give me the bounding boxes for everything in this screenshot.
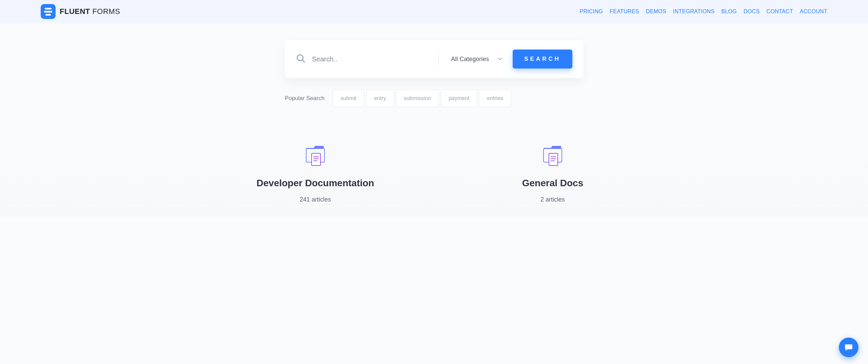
category-selected-label: All Categories	[451, 56, 489, 63]
doc-card-general[interactable]: General Docs 2 articles	[448, 145, 658, 203]
logo-mark-icon	[41, 4, 56, 19]
doc-card-developer[interactable]: Developer Documentation 241 articles	[210, 145, 420, 203]
search-card: All Categories SEARCH	[285, 40, 583, 78]
doc-card-count: 241 articles	[210, 196, 420, 203]
nav-blog[interactable]: BLOG	[721, 8, 737, 15]
popular-tag-list: submit entry submission payment entries	[333, 90, 511, 107]
doc-card-count: 2 articles	[448, 196, 658, 203]
popular-tag[interactable]: submit	[333, 90, 364, 107]
search-button[interactable]: SEARCH	[513, 50, 572, 69]
popular-tag[interactable]: payment	[441, 90, 477, 107]
doc-cards-section: Developer Documentation 241 articles Gen…	[0, 121, 868, 217]
popular-tag[interactable]: entry	[366, 90, 394, 107]
svg-rect-8	[549, 153, 558, 166]
search-divider	[438, 52, 439, 66]
nav-account[interactable]: ACCOUNT	[800, 8, 827, 15]
nav-pricing[interactable]: PRICING	[579, 8, 603, 15]
popular-tag[interactable]: entries	[479, 90, 511, 107]
doc-card-title: General Docs	[448, 178, 658, 189]
topbar: FLUENT FORMS PRICING FEATURES DEMOS INTE…	[0, 0, 868, 23]
search-section: All Categories SEARCH Popular Search sub…	[0, 23, 868, 121]
popular-search-row: Popular Search submit entry submission p…	[285, 90, 583, 107]
svg-rect-3	[312, 153, 320, 166]
nav-demos[interactable]: DEMOS	[646, 8, 666, 15]
nav-contact[interactable]: CONTACT	[767, 8, 793, 15]
nav-docs[interactable]: DOCS	[744, 8, 760, 15]
doc-card-title: Developer Documentation	[210, 178, 420, 189]
folder-doc-icon	[542, 145, 563, 170]
brand-bold: FLUENT	[60, 7, 90, 16]
search-icon	[296, 53, 306, 65]
chevron-down-icon	[497, 56, 503, 62]
popular-search-label: Popular Search	[285, 95, 324, 102]
popular-tag[interactable]: submission	[396, 90, 439, 107]
primary-nav: PRICING FEATURES DEMOS INTEGRATIONS BLOG…	[579, 8, 827, 15]
svg-line-1	[302, 60, 304, 62]
nav-integrations[interactable]: INTEGRATIONS	[673, 8, 714, 15]
folder-doc-icon	[305, 145, 326, 170]
search-input[interactable]	[312, 55, 432, 63]
brand-text: FLUENT FORMS	[60, 7, 120, 16]
brand-logo[interactable]: FLUENT FORMS	[41, 4, 120, 19]
brand-light: FORMS	[90, 7, 120, 16]
category-dropdown[interactable]: All Categories	[445, 56, 507, 63]
nav-features[interactable]: FEATURES	[610, 8, 639, 15]
